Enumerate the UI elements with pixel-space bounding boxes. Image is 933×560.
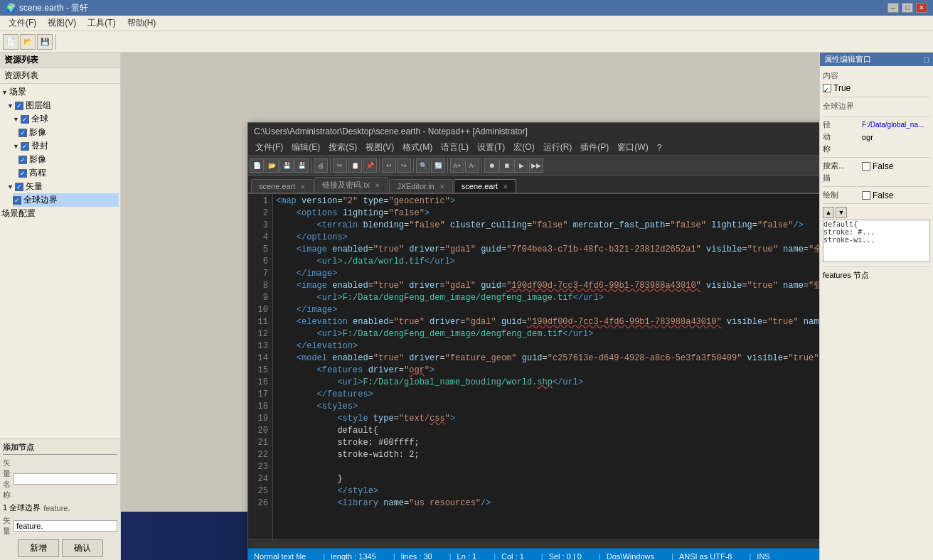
sidebar-item-layergroup[interactable]: ▼ ✓ 图层组 (7, 99, 119, 112)
np-copy[interactable]: 📋 (348, 158, 362, 173)
save-button[interactable]: 💾 (37, 34, 53, 50)
menu-tools[interactable]: 工具(T) (82, 16, 121, 31)
np-menu-plugins[interactable]: 插件(P) (576, 140, 613, 155)
search-checkbox[interactable] (862, 162, 870, 171)
app-window: 🌍 scene.earth - 景轩 ─ □ ✕ 文件(F) 视图(V) 工具(… (0, 0, 933, 560)
code-line-16: <url>F:/Data/global_name_bouding/world.s… (276, 377, 819, 389)
image1-checkbox[interactable]: ✓ (18, 129, 27, 137)
line-num-13: 13 (248, 340, 272, 352)
sidebar-item-scene-config[interactable]: 场景配置 (1, 207, 119, 220)
np-macro-run[interactable]: ▶▶ (529, 158, 543, 173)
dengfeng-checkbox[interactable]: ✓ (21, 142, 29, 151)
np-tab-3-close[interactable]: ✕ (439, 183, 445, 190)
np-menu-file[interactable]: 文件(F) (251, 140, 287, 155)
status-line-ending: Dos\Windows (607, 552, 654, 561)
np-replace[interactable]: 🔄 (431, 158, 445, 173)
sidebar-item-image2[interactable]: ✓ 影像 (18, 153, 119, 166)
line-num-1: 1 (248, 195, 272, 208)
np-tab-3[interactable]: JXEditor.in ✕ (389, 179, 453, 193)
sidebar-item-vector[interactable]: ▼ ✓ 矢量 (7, 180, 119, 193)
sidebar-item-dengfeng[interactable]: ▼ ✓ 登封 (13, 139, 119, 153)
np-menu-question[interactable]: ? (653, 141, 666, 154)
line-num-11: 11 (248, 316, 272, 328)
style-up-btn[interactable]: ▲ (823, 207, 834, 218)
np-macro-rec[interactable]: ⏺ (484, 158, 499, 173)
add-button[interactable]: 新增 (18, 539, 59, 557)
np-zoom-in[interactable]: A+ (450, 158, 464, 173)
line-num-20: 20 (248, 425, 272, 437)
sidebar-item-image1[interactable]: ✓ 影像 (18, 126, 119, 139)
np-menu-format[interactable]: 格式(M) (398, 140, 437, 155)
np-menu-macro[interactable]: 宏(O) (509, 140, 538, 155)
global-boundary-checkbox[interactable]: ✓ (13, 196, 21, 205)
np-find[interactable]: 🔍 (416, 158, 430, 173)
np-menu-window[interactable]: 窗口(W) (613, 140, 652, 155)
draw-checkbox[interactable] (862, 191, 870, 200)
vector-name-input[interactable] (14, 473, 117, 485)
content-checkbox[interactable]: ✓ (823, 84, 831, 92)
line-numbers: 1 2 3 4 5 6 7 8 9 10 11 12 13 14 (248, 194, 273, 539)
vector-input[interactable] (14, 520, 117, 532)
maximize-button[interactable]: □ (902, 3, 913, 13)
np-undo[interactable]: ↩ (382, 158, 396, 173)
np-zoom-out[interactable]: A- (465, 158, 479, 173)
line-num-8: 8 (248, 280, 272, 292)
np-menu-language[interactable]: 语言(L) (437, 140, 473, 155)
layergroup-checkbox[interactable]: ✓ (15, 102, 23, 110)
np-print[interactable]: 🖨 (314, 158, 328, 173)
np-menu-search[interactable]: 搜索(S) (324, 140, 361, 155)
np-save-all[interactable]: 💾 (294, 158, 309, 173)
np-tab-4-close[interactable]: ✕ (503, 183, 508, 190)
style-down-btn[interactable]: ▼ (836, 207, 847, 218)
np-tab-4[interactable]: scene.eart ✕ (454, 179, 516, 193)
boundary-label: 全球边界 (823, 99, 930, 113)
sidebar-item-elevation[interactable]: ✓ 高程 (18, 166, 119, 180)
style-textarea[interactable]: default{ stroke: #... stroke-wi... (823, 220, 930, 262)
menu-help[interactable]: 帮助(H) (122, 16, 162, 31)
sidebar-item-scene[interactable]: ▼ 场景 (1, 85, 119, 99)
sidebar-item-global-boundary[interactable]: ✓ 全球边界 (13, 193, 119, 207)
np-open[interactable]: 📂 (265, 158, 279, 173)
np-macro-stop[interactable]: ⏹ (499, 158, 513, 173)
np-menu-edit[interactable]: 编辑(E) (287, 140, 324, 155)
elevation-checkbox[interactable]: ✓ (18, 169, 27, 178)
np-macro-play[interactable]: ▶ (514, 158, 528, 173)
status-file-type: Normal text file (254, 552, 306, 561)
np-tab-2-close[interactable]: ✕ (375, 182, 380, 189)
minimize-button[interactable]: ─ (887, 3, 899, 13)
np-tab-1-label: scene.eart (259, 182, 295, 190)
new-file-button[interactable]: 📄 (3, 34, 18, 50)
code-line-12: <url>F:/Data/dengFeng_dem_image/dengfeng… (276, 328, 819, 340)
right-panel-title: 属性编辑窗口 □ (820, 53, 933, 66)
global-checkbox[interactable]: ✓ (21, 115, 29, 124)
menu-file[interactable]: 文件(F) (3, 16, 42, 31)
np-cut[interactable]: ✂ (333, 158, 347, 173)
code-content[interactable]: <map version="2" type="geocentric"> <opt… (273, 194, 819, 539)
np-menu-view[interactable]: 视图(V) (361, 140, 398, 155)
code-line-14: <model enabled="true" driver="feature_ge… (276, 352, 819, 365)
code-line-20: default{ (276, 425, 819, 437)
np-menu-settings[interactable]: 设置(T) (473, 140, 509, 155)
vector-checkbox[interactable]: ✓ (15, 183, 23, 191)
vector-label: 矢量 (3, 515, 14, 537)
np-save[interactable]: 💾 (279, 158, 294, 173)
np-tab-2[interactable]: 链接及密码.tx ✕ (314, 177, 388, 193)
sidebar-item-global[interactable]: ▼ ✓ 全球 (13, 112, 119, 126)
np-tab-1-close[interactable]: ✕ (300, 183, 306, 190)
menu-view[interactable]: 视图(V) (42, 16, 82, 31)
confirm-button[interactable]: 确认 (62, 539, 103, 557)
close-button[interactable]: ✕ (916, 3, 927, 13)
line-num-3: 3 (248, 220, 272, 232)
horizontal-scrollbar[interactable] (250, 542, 819, 547)
open-file-button[interactable]: 📂 (20, 34, 36, 50)
np-new[interactable]: 📄 (250, 158, 264, 173)
np-redo[interactable]: ↪ (397, 158, 411, 173)
image2-checkbox[interactable]: ✓ (18, 156, 27, 164)
np-menu-run[interactable]: 运行(R) (539, 140, 577, 155)
code-line-21: stroke: #00ffff; (276, 437, 819, 449)
np-tab-1[interactable]: scene.eart ✕ (251, 179, 314, 193)
np-paste[interactable]: 📌 (363, 158, 377, 173)
right-panel-expand[interactable]: □ (924, 55, 929, 64)
toolbar: 📄 📂 💾 (0, 31, 933, 53)
status-sep7: | (671, 552, 673, 561)
